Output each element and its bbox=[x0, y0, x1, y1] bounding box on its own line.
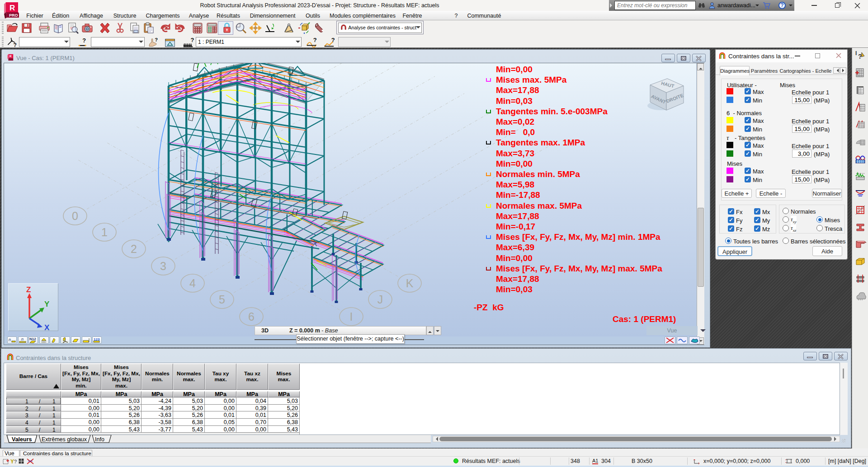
svg-text:Info: Info bbox=[95, 436, 104, 443]
svg-text:n: n bbox=[21, 337, 24, 341]
svg-text:I: I bbox=[350, 310, 353, 323]
svg-text:Y: Y bbox=[44, 300, 50, 308]
svg-text:J: J bbox=[377, 293, 383, 306]
svg-text:R: R bbox=[9, 4, 15, 12]
svg-text:PRO: PRO bbox=[9, 13, 18, 18]
svg-text:?: ? bbox=[155, 37, 158, 42]
svg-text:3: 3 bbox=[160, 260, 166, 272]
svg-text:Y: Y bbox=[10, 458, 14, 465]
svg-text:K: K bbox=[406, 277, 414, 290]
svg-text:n: n bbox=[9, 337, 11, 342]
svg-text:6: 6 bbox=[248, 310, 255, 323]
svg-text:0: 0 bbox=[72, 210, 78, 222]
svg-text:Valeurs: Valeurs bbox=[12, 436, 32, 443]
svg-text:2: 2 bbox=[131, 243, 137, 255]
svg-text:R: R bbox=[9, 55, 12, 58]
svg-text:Extrêmes globaux: Extrêmes globaux bbox=[42, 436, 87, 443]
svg-text:4: 4 bbox=[189, 277, 196, 290]
svg-text:1: 1 bbox=[101, 226, 108, 238]
svg-text:Z: Z bbox=[26, 285, 31, 294]
svg-text:?: ? bbox=[82, 37, 86, 44]
svg-text:N12: N12 bbox=[29, 337, 36, 341]
svg-text:5: 5 bbox=[219, 293, 225, 306]
svg-text:?: ? bbox=[313, 37, 317, 43]
svg-text:?: ? bbox=[14, 459, 17, 464]
svg-text:X: X bbox=[44, 323, 50, 331]
svg-text:?: ? bbox=[191, 37, 194, 43]
svg-text:I: I bbox=[855, 50, 857, 56]
svg-text:?: ? bbox=[13, 42, 16, 48]
svg-text:?: ? bbox=[331, 37, 335, 43]
